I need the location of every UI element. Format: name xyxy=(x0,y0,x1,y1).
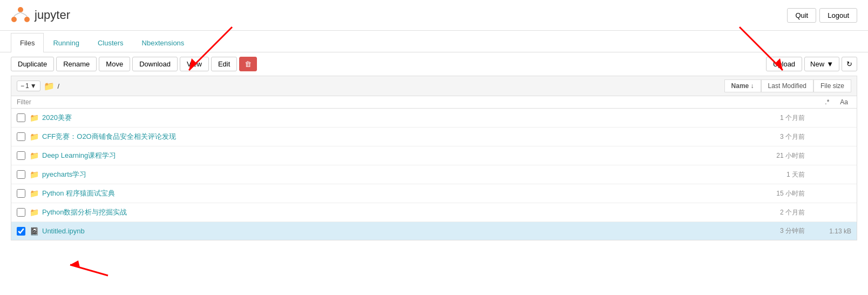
logo: jupyter xyxy=(11,5,70,25)
logout-button[interactable]: Logout xyxy=(819,8,857,23)
jupyter-logo-icon xyxy=(11,5,30,25)
folder-item-icon: 📁 xyxy=(30,189,39,198)
svg-point-1 xyxy=(24,17,30,22)
breadcrumb-row: − 1 ▼ 📁 / Name ↓ Last Modified File size xyxy=(11,76,857,96)
folder-icon: 📁 xyxy=(44,81,55,91)
file-link[interactable]: Deep Learning课程学习 xyxy=(42,151,740,160)
file-modified: 15 小时前 xyxy=(740,189,805,198)
file-modified: 21 小时前 xyxy=(740,151,805,160)
file-rows: 📁 2020美赛 1 个月前 📁 CFF竞赛：O2O商铺食品安全相关评论发现 3… xyxy=(11,108,857,240)
file-list: − 1 ▼ 📁 / Name ↓ Last Modified File size… xyxy=(0,76,868,240)
dropdown-icon: ▼ xyxy=(30,82,37,90)
notebook-item-icon: 📓 xyxy=(30,227,39,236)
tab-files[interactable]: Files xyxy=(11,33,44,52)
upload-button[interactable]: Upload xyxy=(766,57,802,71)
file-size: 1.13 kB xyxy=(813,227,851,235)
file-size-column-header[interactable]: File size xyxy=(813,79,851,92)
file-link[interactable]: Untitled.ipynb xyxy=(42,227,740,235)
table-row: 📁 CFF竞赛：O2O商铺食品安全相关评论发现 3 个月前 xyxy=(11,128,857,146)
tab-clusters[interactable]: Clusters xyxy=(89,33,133,52)
filter-buttons: .* Aa xyxy=(822,98,851,106)
tab-bar: Files Running Clusters Nbextensions xyxy=(0,33,868,52)
header-buttons: Quit Logout xyxy=(787,8,857,23)
delete-button[interactable]: 🗑 xyxy=(239,57,257,71)
file-link[interactable]: CFF竞赛：O2O商铺食品安全相关评论发现 xyxy=(42,132,740,142)
table-row: 📁 Deep Learning课程学习 21 小时前 xyxy=(11,146,857,165)
folder-item-icon: 📁 xyxy=(30,170,39,179)
file-modified: 3 个月前 xyxy=(740,132,805,142)
tab-nbextensions[interactable]: Nbextensions xyxy=(133,33,194,52)
toolbar-right: Upload New ▼ ↻ xyxy=(766,57,857,71)
header: jupyter Quit Logout xyxy=(0,0,868,31)
refresh-button[interactable]: ↻ xyxy=(842,57,857,71)
view-button[interactable]: View xyxy=(180,57,209,71)
breadcrumb-path[interactable]: / xyxy=(58,82,60,90)
file-checkbox[interactable] xyxy=(17,170,25,179)
new-button[interactable]: New ▼ xyxy=(804,57,839,71)
file-checkbox[interactable] xyxy=(17,132,25,141)
file-checkbox[interactable] xyxy=(17,151,25,160)
file-checkbox[interactable] xyxy=(17,113,25,122)
file-checkbox[interactable] xyxy=(17,189,25,198)
download-button[interactable]: Download xyxy=(132,57,178,71)
folder-item-icon: 📁 xyxy=(30,151,39,160)
select-count: 1 xyxy=(25,82,29,90)
table-row: 📁 2020美赛 1 个月前 xyxy=(11,109,857,128)
file-modified: 1 个月前 xyxy=(740,113,805,123)
select-all-control[interactable]: − 1 ▼ xyxy=(17,81,40,91)
filter-label: Filter xyxy=(17,98,31,106)
tab-running[interactable]: Running xyxy=(44,33,88,52)
file-link[interactable]: Python 程序猿面试宝典 xyxy=(42,189,740,198)
rename-button[interactable]: Rename xyxy=(56,57,97,71)
file-link[interactable]: Python数据分析与挖掘实战 xyxy=(42,207,740,217)
file-modified: 1 天前 xyxy=(740,170,805,179)
folder-item-icon: 📁 xyxy=(30,208,39,217)
duplicate-button[interactable]: Duplicate xyxy=(11,57,54,71)
file-link[interactable]: 2020美赛 xyxy=(42,113,740,123)
breadcrumb-left: − 1 ▼ 📁 / xyxy=(17,81,59,91)
last-modified-column-header[interactable]: Last Modified xyxy=(761,79,813,92)
case-filter-button[interactable]: Aa xyxy=(837,98,851,106)
column-headers: Name ↓ Last Modified File size xyxy=(724,79,851,92)
toolbar-left: Duplicate Rename Move Download View Edit… xyxy=(11,57,257,71)
svg-point-2 xyxy=(11,17,17,22)
svg-point-0 xyxy=(18,7,23,12)
filter-row: Filter .* Aa xyxy=(11,96,857,108)
table-row: 📁 Python 程序猿面试宝典 15 小时前 xyxy=(11,184,857,203)
folder-item-icon: 📁 xyxy=(30,132,39,141)
file-modified: 3 分钟前 xyxy=(740,226,805,236)
file-modified: 2 个月前 xyxy=(740,208,805,217)
new-dropdown-icon: ▼ xyxy=(826,60,833,68)
table-row: 📁 pyecharts学习 1 天前 xyxy=(11,165,857,184)
new-label: New xyxy=(810,60,824,68)
edit-button[interactable]: Edit xyxy=(211,57,237,71)
table-row: 📁 Python数据分析与挖掘实战 2 个月前 xyxy=(11,203,857,222)
folder-item-icon: 📁 xyxy=(30,113,39,122)
quit-button[interactable]: Quit xyxy=(787,8,816,23)
table-row: 📓 Untitled.ipynb 3 分钟前 1.13 kB xyxy=(11,222,857,240)
file-checkbox[interactable] xyxy=(17,227,25,236)
move-button[interactable]: Move xyxy=(99,57,130,71)
file-checkbox[interactable] xyxy=(17,208,25,217)
file-link[interactable]: pyecharts学习 xyxy=(42,170,740,179)
name-column-header[interactable]: Name ↓ xyxy=(724,79,761,92)
logo-text: jupyter xyxy=(35,8,70,22)
file-toolbar: Duplicate Rename Move Download View Edit… xyxy=(0,52,868,76)
regex-filter-button[interactable]: .* xyxy=(822,98,832,106)
minus-icon: − xyxy=(21,82,24,90)
